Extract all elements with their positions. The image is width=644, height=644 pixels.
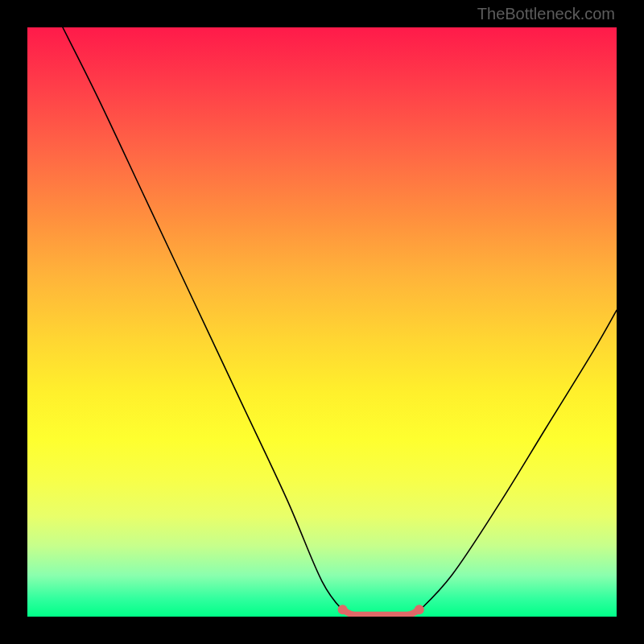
attribution-watermark: TheBottleneck.com [477, 5, 615, 23]
curve-right-branch [416, 310, 617, 613]
chart-outer-frame: TheBottleneck.com [0, 0, 644, 644]
valley-endpoint-left [338, 605, 348, 614]
valley-endpoint-right [415, 605, 424, 614]
curve-left-branch [63, 27, 345, 613]
curve-valley-highlight [343, 609, 419, 615]
chart-svg-layer [27, 27, 617, 617]
chart-plot-area [27, 27, 617, 617]
